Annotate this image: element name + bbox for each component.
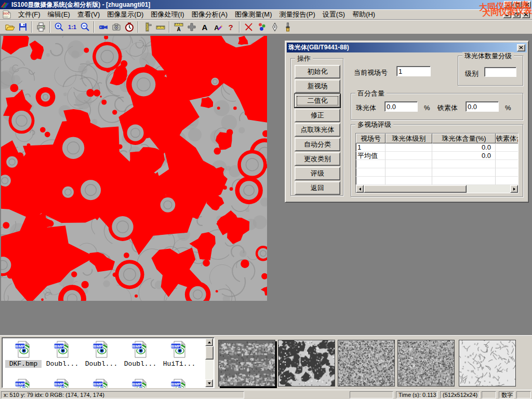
file-name[interactable]: Doubl... — [122, 360, 158, 368]
color-dots-icon[interactable] — [255, 20, 268, 33]
thumbnail-image[interactable] — [397, 340, 455, 387]
menu-image-process[interactable]: 图像处理(I) — [147, 9, 188, 20]
pick-pearlite-button[interactable]: 点取珠光体 — [295, 123, 340, 137]
menu-image-analysis[interactable]: 图像分析(A) — [188, 9, 231, 20]
new-field-button[interactable]: 新视场 — [295, 79, 340, 93]
thumbnail-image[interactable] — [459, 340, 516, 387]
col-ferrite-content[interactable]: 铁素体含量(%) — [496, 134, 518, 143]
file-browser-panel: BMP DKF.bmp BMP Doubl... BMP Doubl — [0, 335, 532, 390]
file-item[interactable]: BMP Doubl... — [44, 340, 81, 368]
file-item[interactable]: BMP Doubl... — [83, 340, 119, 368]
edit-text-icon[interactable]: A — [211, 20, 224, 33]
file-list-scrollbar[interactable] — [205, 338, 214, 387]
minimize-button[interactable] — [504, 1, 512, 8]
auto-classify-button[interactable]: 自动分类 — [295, 138, 340, 151]
help-icon[interactable]: ? — [224, 20, 237, 33]
toolbar-separator — [169, 21, 170, 33]
file-item[interactable]: BMP DKF.bmp — [5, 340, 42, 368]
caliper-icon[interactable] — [141, 20, 154, 33]
binarize-button[interactable]: 二值化 — [295, 94, 340, 108]
file-item[interactable]: BMP HuiTi... — [161, 340, 197, 368]
grid-icon[interactable] — [185, 20, 198, 33]
measure-text-icon[interactable]: A — [172, 20, 185, 33]
zoom-out-icon[interactable] — [78, 20, 91, 33]
table-row[interactable]: 平均值 0.0 — [356, 152, 518, 160]
ferrite-percent-input[interactable] — [466, 101, 499, 112]
close-button[interactable] — [523, 1, 531, 8]
col-field-number[interactable]: 视场号 — [356, 134, 385, 143]
scroll-up-icon[interactable] — [205, 338, 213, 346]
child-minimize-button[interactable] — [503, 11, 511, 18]
dialog-close-icon[interactable] — [517, 44, 525, 51]
svg-text:A: A — [177, 26, 180, 32]
pearlite-percent-input[interactable] — [384, 101, 418, 112]
child-restore-button[interactable] — [512, 11, 521, 18]
micrograph-image[interactable] — [1, 36, 267, 301]
menu-file[interactable]: 文件(F) — [15, 9, 44, 20]
file-item[interactable]: BMP — [122, 378, 158, 388]
menu-view[interactable]: 查看(V) — [74, 9, 103, 20]
col-pearlite-grade[interactable]: 珠光体级别 — [385, 134, 432, 143]
current-field-input[interactable] — [396, 66, 431, 76]
menu-settings[interactable]: 设置(S) — [319, 9, 349, 20]
menu-edit[interactable]: 编辑(E) — [44, 9, 74, 20]
thumbnail-image[interactable] — [218, 340, 275, 387]
scroll-left-icon[interactable] — [356, 185, 364, 193]
text-icon[interactable]: A — [198, 20, 211, 33]
pen-icon[interactable] — [268, 20, 281, 33]
table-row[interactable]: 1 0.0 — [356, 143, 518, 152]
actual-size-icon[interactable]: 1:1 — [65, 20, 78, 33]
file-name[interactable]: Doubl... — [83, 360, 119, 368]
curve-cut-icon[interactable] — [242, 20, 255, 33]
multi-field-group: 多视场评级 视场号 珠光体级别 珠光体含量(%) 铁素体含量(%) 1 0.0 … — [351, 124, 523, 197]
return-button[interactable]: 返回 — [295, 181, 340, 195]
col-pearlite-content[interactable]: 珠光体含量(%) — [432, 134, 496, 143]
brush-icon[interactable] — [281, 20, 294, 33]
pearlite-dialog: 珠光体(GB/T9441-88) 操作 初始化 新视场 二值化 修正 点取珠光体… — [285, 41, 529, 203]
change-class-button[interactable]: 更改类别 — [295, 152, 340, 166]
grade-field-label: 级别 — [465, 69, 478, 78]
title-bar: IS100显微摄像系统(金相分析版) - [zhuguangti01] — [0, 0, 532, 9]
child-close-button[interactable] — [522, 11, 530, 18]
file-name[interactable]: Doubl... — [44, 360, 81, 368]
maximize-button[interactable] — [513, 1, 522, 8]
thumbnail-image[interactable] — [278, 340, 335, 387]
file-name[interactable]: HuiTi... — [161, 360, 197, 368]
menu-measure-report[interactable]: 测量报告(P) — [275, 9, 318, 20]
scrollbar-thumb[interactable] — [364, 185, 467, 193]
svg-text:BMP: BMP — [132, 382, 142, 387]
operations-group: 操作 初始化 新视场 二值化 修正 点取珠光体 自动分类 更改类别 评级 返回 — [290, 58, 343, 196]
ruler-icon[interactable] — [154, 20, 167, 33]
menu-image-measure[interactable]: 图像测量(M) — [231, 9, 276, 20]
scroll-right-icon[interactable] — [510, 185, 518, 193]
scroll-down-icon[interactable] — [205, 379, 213, 387]
menu-help[interactable]: 帮助(H) — [349, 9, 379, 20]
dialog-title-bar[interactable]: 珠光体(GB/T9441-88) — [287, 43, 527, 52]
file-item[interactable]: BMP — [161, 378, 197, 388]
file-item[interactable]: BMP — [44, 378, 81, 388]
file-list: BMP DKF.bmp BMP Doubl... BMP Doubl — [2, 337, 215, 388]
video-camera-icon[interactable] — [97, 20, 110, 33]
percent-group: 百分含量 珠光体 % 铁素体 % — [351, 93, 523, 120]
table-horizontal-scrollbar[interactable] — [356, 185, 518, 193]
grade-input[interactable] — [484, 67, 516, 77]
open-icon[interactable] — [3, 20, 16, 33]
svg-text:BMP: BMP — [55, 344, 64, 349]
file-name[interactable]: DKF.bmp — [5, 360, 42, 368]
rate-button[interactable]: 评级 — [295, 167, 340, 180]
file-item[interactable]: BMP Doubl... — [122, 340, 158, 368]
correct-button[interactable]: 修正 — [295, 109, 340, 122]
svg-text:A: A — [202, 23, 207, 32]
save-icon[interactable] — [16, 20, 29, 33]
file-item[interactable]: BMP — [83, 378, 119, 388]
zoom-in-icon[interactable] — [52, 20, 65, 33]
initialize-button[interactable]: 初始化 — [295, 65, 340, 78]
capture-icon[interactable] — [110, 20, 123, 33]
scrollbar-thumb[interactable] — [205, 346, 214, 360]
file-item[interactable]: BMP — [5, 378, 42, 388]
thumbnail-image[interactable] — [338, 340, 395, 387]
menu-image-display[interactable]: 图像显示(D) — [103, 9, 147, 20]
timer-icon[interactable] — [123, 20, 136, 33]
print-icon[interactable] — [34, 20, 47, 33]
app-window: IS100显微摄像系统(金相分析版) - [zhuguangti01] 大同仪器… — [0, 0, 532, 399]
